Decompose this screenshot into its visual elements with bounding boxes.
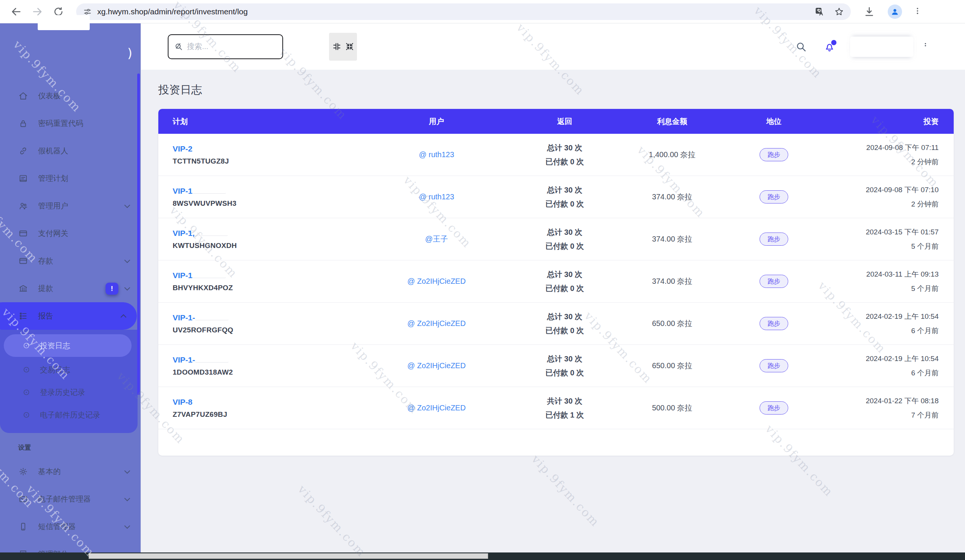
alert-badge: ! xyxy=(106,282,118,295)
user-link[interactable]: @ Zo2IHjCieZED xyxy=(407,319,466,328)
sidebar-item[interactable]: 管理计划 xyxy=(0,165,141,192)
sidebar-item[interactable]: 短信管理器 xyxy=(0,513,141,540)
header-menu-icon[interactable] xyxy=(922,41,929,52)
return-total: 总计 30 次 xyxy=(512,268,617,281)
interest-amount: 374.00 奈拉 xyxy=(617,192,727,202)
notifications-bell-icon[interactable] xyxy=(823,40,836,53)
browser-menu-icon[interactable] xyxy=(913,7,922,16)
sidebar-item-label: 提款 xyxy=(38,283,53,294)
invest-date: 2024-01-22 下午 08:18 xyxy=(821,394,939,408)
compress-toggle-button[interactable] xyxy=(329,33,357,61)
bookmark-star-icon[interactable] xyxy=(834,7,844,16)
sidebar-item[interactable]: 提款 ! xyxy=(0,275,141,302)
report-submenu: 投资日志 交易日志 登录历史记录 电子邮件历史记录 xyxy=(0,330,137,433)
card-icon xyxy=(18,256,28,266)
table-header-row: 计划 用户 返回 利息金额 地位 投资 xyxy=(158,109,954,134)
sidebar-item-label: 管理部分 xyxy=(38,549,68,552)
invest-ago: 5 个月前 xyxy=(821,239,939,253)
plan-redaction-patch xyxy=(193,185,226,193)
plan-code: Z7VAP7UZ69BJ xyxy=(173,410,361,419)
user-link[interactable]: @ Zo2IHjCieZED xyxy=(407,361,466,370)
plan-link[interactable]: VIP-1- xyxy=(173,355,195,364)
investment-log-table: 计划 用户 返回 利息金额 地位 投资 VIP-2 TCTTN5TUGZ8J @… xyxy=(158,109,954,456)
sidebar-subitem[interactable]: 电子邮件历史记录 xyxy=(0,403,137,426)
sidebar-item[interactable]: 电子邮件管理器 xyxy=(0,485,141,513)
sidebar-scrollbar[interactable] xyxy=(137,73,140,395)
sidebar-subitem[interactable]: 交易日志 xyxy=(0,358,137,381)
translate-icon[interactable] xyxy=(815,7,824,16)
user-link[interactable]: @ ruth123 xyxy=(419,150,454,158)
plans-icon xyxy=(18,173,28,183)
sidebar-item[interactable]: 管理用户 xyxy=(0,192,141,220)
sidebar-item[interactable]: 报告 xyxy=(0,302,137,330)
interest-amount: 650.00 奈拉 xyxy=(617,318,727,329)
settings-nav: 基本的 电子邮件管理器 短信管理器 管理部分 xyxy=(0,458,141,552)
return-paid: 已付款 0 次 xyxy=(512,155,617,169)
minimize-arrows-icon xyxy=(345,42,354,51)
chevron-icon xyxy=(124,257,131,263)
sidebar-item[interactable]: 仪表板 xyxy=(0,82,141,109)
browser-profile-avatar[interactable] xyxy=(888,5,902,19)
status-badge: 跑步 xyxy=(760,402,788,415)
sidebar-item[interactable]: 基本的 xyxy=(0,458,141,485)
url-text[interactable]: xg.hwym.shop/admin/report/investment/log xyxy=(97,7,805,16)
return-paid: 已付款 1 次 xyxy=(512,408,617,422)
back-icon[interactable] xyxy=(11,6,22,17)
sidebar-nav: 仪表板 密码重置代码 假机器人 管理计划 管理用户 支付网关 存款 提款 ! xyxy=(0,23,141,330)
column-header-status: 地位 xyxy=(727,116,821,127)
sidebar-subitem[interactable]: 投资日志 xyxy=(4,334,132,357)
invest-date: 2024-02-19 上午 10:54 xyxy=(821,309,939,323)
browser-toolbar: xg.hwym.shop/admin/report/investment/log xyxy=(0,0,965,23)
dot-circle-icon xyxy=(22,410,31,420)
user-link[interactable]: @ ruth123 xyxy=(419,193,454,201)
header-search-icon[interactable] xyxy=(795,41,807,52)
user-name-redacted[interactable] xyxy=(850,36,913,57)
interest-amount: 1,400.00 奈拉 xyxy=(617,150,727,160)
status-badge: 跑步 xyxy=(760,359,788,372)
dot-circle-icon xyxy=(22,388,31,397)
horizontal-scrollbar-thumb[interactable] xyxy=(88,553,488,559)
status-badge: 跑步 xyxy=(760,190,788,204)
plan-code: BHVYHKXD4POZ xyxy=(173,284,361,292)
sidebar-item-label: 存款 xyxy=(38,256,53,266)
sidebar-item-label: 支付网关 xyxy=(38,229,68,238)
download-icon[interactable] xyxy=(864,6,875,17)
user-link[interactable]: @ Zo2IHjCieZED xyxy=(407,277,466,285)
sidebar-item[interactable]: 管理部分 xyxy=(0,540,141,552)
sidebar-item-label: 电子邮件管理器 xyxy=(38,494,91,504)
sidebar-item-label: 报告 xyxy=(38,311,53,321)
chevron-icon xyxy=(124,523,131,529)
sidebar-item[interactable]: 密码重置代码 xyxy=(0,109,141,137)
plan-link[interactable]: VIP-2 xyxy=(173,144,193,153)
interest-amount: 500.00 奈拉 xyxy=(617,403,727,413)
chevron-icon xyxy=(124,202,131,208)
site-settings-icon[interactable] xyxy=(83,7,92,16)
user-link[interactable]: @ Zo2IHjCieZED xyxy=(407,403,466,412)
search-box[interactable] xyxy=(168,34,283,59)
column-header-invest: 投资 xyxy=(821,116,939,127)
plan-link[interactable]: VIP-8 xyxy=(173,398,193,406)
search-input[interactable] xyxy=(187,42,277,51)
plan-link[interactable]: VIP-1, xyxy=(173,229,195,237)
sidebar-collapse-icon[interactable]: ) xyxy=(128,47,132,60)
return-total: 总计 30 次 xyxy=(512,225,617,239)
sidebar-subitem-label: 登录历史记录 xyxy=(40,387,85,398)
table-row: VIP-1- UV25ROFRGFQQ @ Zo2IHjCieZED 总计 30… xyxy=(158,303,954,345)
sidebar-item[interactable]: 存款 xyxy=(0,247,141,275)
sidebar-item[interactable]: 支付网关 xyxy=(0,220,141,247)
plan-link[interactable]: VIP-1- xyxy=(173,313,195,322)
plan-code: KWTUSHGNOXDH xyxy=(173,242,361,250)
sidebar-subitem-label: 投资日志 xyxy=(40,341,70,351)
url-bar[interactable]: xg.hwym.shop/admin/report/investment/log xyxy=(76,3,851,20)
plan-link[interactable]: VIP-1 xyxy=(173,186,193,195)
plan-link[interactable]: VIP-1 xyxy=(173,271,193,280)
sidebar-item[interactable]: 假机器人 xyxy=(0,137,141,165)
status-badge: 跑步 xyxy=(760,275,788,288)
invest-date: 2024-09-08 下午 07:11 xyxy=(821,140,939,155)
invest-ago: 7 个月前 xyxy=(821,408,939,422)
table-row: VIP-8 Z7VAP7UZ69BJ @ Zo2IHjCieZED 共计 30 … xyxy=(158,387,954,429)
table-body: VIP-2 TCTTN5TUGZ8J @ ruth123 总计 30 次 已付款… xyxy=(158,134,954,429)
user-link[interactable]: @王子 xyxy=(425,235,448,243)
sidebar-subitem[interactable]: 登录历史记录 xyxy=(0,381,137,403)
table-row: VIP-2 TCTTN5TUGZ8J @ ruth123 总计 30 次 已付款… xyxy=(158,134,954,176)
